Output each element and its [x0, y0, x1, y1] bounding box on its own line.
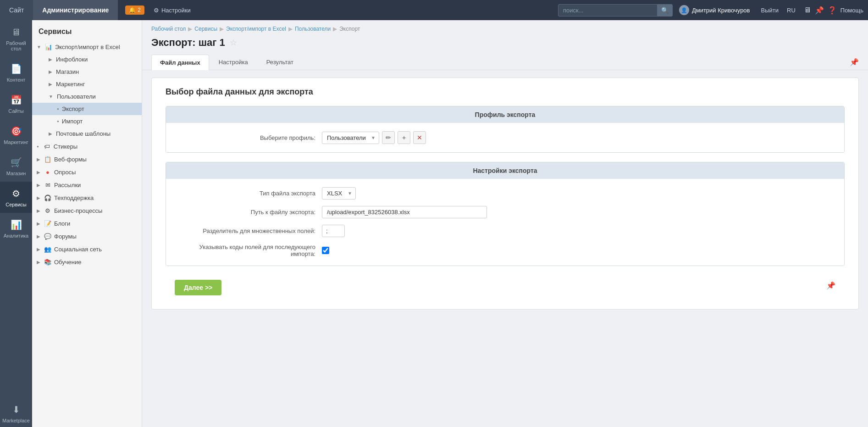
- search-button[interactable]: 🔍: [657, 4, 673, 17]
- biznes-icon: ⚙: [44, 207, 51, 214]
- file-type-control: XLSX XLS CSV ▼: [322, 187, 356, 200]
- tab-settings[interactable]: Настройка: [210, 54, 257, 70]
- nav-stikery-label: Стикеры: [54, 143, 77, 150]
- add-profile-button[interactable]: +: [398, 131, 410, 144]
- page-title: Экспорт: шаг 1: [151, 37, 225, 49]
- field-codes-checkbox[interactable]: [322, 247, 329, 254]
- tehpodderzhka-icon: 🎧: [44, 194, 51, 201]
- nav-item-polzovateli[interactable]: ▼ Пользователи: [32, 90, 142, 103]
- nav-item-web-formy[interactable]: ▶ 📋 Веб-формы: [32, 153, 142, 166]
- file-type-select[interactable]: XLSX XLS CSV: [322, 187, 356, 200]
- nav-item-biznes-process[interactable]: ▶ ⚙ Бизнес-процессы: [32, 204, 142, 217]
- nav-item-eksport[interactable]: ● Экспорт: [32, 103, 142, 115]
- nav-item-socialnaya-set[interactable]: ▶ 👥 Социальная сеть: [32, 243, 142, 255]
- gear-icon: ⚙: [154, 7, 159, 14]
- content-icon: 📄: [10, 62, 22, 75]
- favorite-star-icon[interactable]: ☆: [230, 38, 237, 48]
- nav-polzovateli-label: Пользователи: [57, 93, 96, 100]
- arrow-down-icon-2: ▼: [49, 94, 53, 99]
- nav-item-export-import[interactable]: ▼ 📊 Экспорт/импорт в Excel: [32, 40, 142, 53]
- nav-item-blogi[interactable]: ▶ 📝 Блоги: [32, 217, 142, 230]
- nav-item-import[interactable]: ● Импорт: [32, 115, 142, 128]
- nav-item-magazin[interactable]: ▶ Магазин: [32, 66, 142, 78]
- edit-profile-button[interactable]: ✏: [382, 131, 395, 144]
- nav-item-forumi[interactable]: ▶ 💬 Форумы: [32, 230, 142, 243]
- nav-forumi-label: Форумы: [54, 233, 77, 240]
- help-label[interactable]: Помощь: [840, 7, 863, 14]
- file-type-select-wrapper: XLSX XLS CSV ▼: [322, 187, 356, 200]
- nav-social-label: Социальная сеть: [54, 246, 102, 253]
- sidebar-item-marketing[interactable]: 🎯 Маркетинг: [0, 119, 32, 150]
- nav-item-obuchenie[interactable]: ▶ 📚 Обучение: [32, 255, 142, 268]
- sidebar-icons: 🖥 Рабочийстол 📄 Контент 📅 Сайты 🎯 Маркет…: [0, 20, 32, 427]
- breadcrumb-polzovateli[interactable]: Пользователи: [295, 26, 331, 32]
- settings-link[interactable]: ⚙ Настройки: [149, 7, 195, 14]
- marketplace-icon: ⬇: [10, 403, 22, 416]
- tab-result[interactable]: Результат: [258, 54, 302, 70]
- sep-3: ▶: [288, 26, 293, 32]
- tab-pin-icon[interactable]: 📌: [850, 58, 859, 67]
- obuchenie-icon: 📚: [44, 258, 51, 266]
- file-type-row: Тип файла экспорта XLSX XLS CSV ▼: [175, 187, 835, 200]
- tab-file-data[interactable]: Файл данных: [151, 55, 209, 70]
- bottom-row: Далее >> 📌: [166, 275, 845, 295]
- sidebar-item-sites[interactable]: 📅 Сайты: [0, 88, 32, 119]
- profile-select[interactable]: Пользователи: [322, 132, 379, 144]
- left-nav: Сервисы ▼ 📊 Экспорт/импорт в Excel ▶ Инф…: [32, 20, 142, 427]
- field-codes-control: [322, 247, 329, 254]
- field-codes-row: Указывать коды полей для последующего им…: [175, 244, 835, 257]
- excel-icon: 📊: [45, 43, 52, 50]
- nav-marketing-label: Маркетинг: [56, 81, 85, 88]
- sidebar-desktop-label: Рабочийстол: [6, 40, 26, 51]
- marketing-icon: 🎯: [10, 125, 22, 138]
- notifications-button[interactable]: 🔔 2: [125, 6, 144, 15]
- nav-item-rassylki[interactable]: ▶ ✉ Рассылки: [32, 178, 142, 191]
- file-path-row: Путь к файлу экспорта:: [175, 206, 835, 218]
- sidebar-item-analytics[interactable]: 📊 Аналитика: [0, 213, 32, 244]
- pin-icon[interactable]: 📌: [815, 6, 824, 15]
- breadcrumb-desktop[interactable]: Рабочий стол: [151, 26, 186, 32]
- nav-item-oprosy[interactable]: ▶ ● Опросы: [32, 166, 142, 178]
- breadcrumb-export-import[interactable]: Экспорт/импорт в Excel: [226, 26, 286, 32]
- sites-icon: 📅: [10, 94, 22, 106]
- profile-select-wrapper: Пользователи ▼: [322, 132, 379, 144]
- sidebar-item-desktop[interactable]: 🖥 Рабочийстол: [0, 20, 32, 57]
- arrow-right-icon-6: ▶: [37, 170, 40, 175]
- nav-item-pochtovye[interactable]: ▶ Почтовые шаблоны: [32, 128, 142, 140]
- nav-item-marketing[interactable]: ▶ Маркетинг: [32, 78, 142, 90]
- site-tab[interactable]: Сайт: [0, 0, 33, 20]
- nav-rassylki-label: Рассылки: [54, 182, 81, 189]
- search-input[interactable]: [558, 4, 659, 17]
- breadcrumb-eksport: Экспорт: [339, 26, 360, 32]
- profile-label: Выберите профиль:: [175, 134, 322, 141]
- arrow-right-icon-9: ▶: [37, 208, 40, 213]
- bottom-pin-icon[interactable]: 📌: [826, 281, 835, 290]
- user-menu[interactable]: 👤 Дмитрий Кривочуров: [673, 5, 757, 15]
- file-path-label: Путь к файлу экспорта:: [175, 209, 322, 216]
- bullet-eksport: ●: [57, 107, 59, 111]
- file-path-input[interactable]: [322, 206, 487, 218]
- admin-tab[interactable]: Администрирование: [33, 0, 118, 20]
- help-icon[interactable]: ❓: [828, 6, 837, 15]
- nav-item-stikery[interactable]: ● 🏷 Стикеры: [32, 140, 142, 153]
- settings-label: Настройки: [161, 7, 191, 14]
- sidebar-item-content[interactable]: 📄 Контент: [0, 57, 32, 88]
- language-selector[interactable]: RU: [783, 7, 799, 14]
- field-codes-label: Указывать коды полей для последующего им…: [175, 244, 322, 257]
- arrow-right-icon-8: ▶: [37, 195, 40, 200]
- sidebar-item-services[interactable]: ⚙ Сервисы: [0, 182, 32, 213]
- breadcrumb: Рабочий стол ▶ Сервисы ▶ Экспорт/импорт …: [142, 20, 868, 35]
- sidebar-item-shop[interactable]: 🛒 Магазин: [0, 150, 32, 182]
- delete-profile-button[interactable]: ✕: [413, 131, 426, 144]
- arrow-right-icon-12: ▶: [37, 247, 40, 252]
- sidebar-item-marketplace[interactable]: ⬇ Marketplace: [0, 398, 32, 427]
- desktop-icon: 🖥: [10, 26, 22, 39]
- delimiter-input[interactable]: [322, 225, 345, 237]
- nav-item-tehpodderzhka[interactable]: ▶ 🎧 Техподдержка: [32, 191, 142, 204]
- next-button[interactable]: Далее >>: [175, 280, 221, 295]
- sidebar-content-label: Контент: [7, 77, 26, 83]
- breadcrumb-services[interactable]: Сервисы: [194, 26, 217, 32]
- nav-item-infobloki[interactable]: ▶ Инфоблоки: [32, 53, 142, 66]
- logout-button[interactable]: Выйти: [757, 7, 784, 14]
- monitor-icon[interactable]: 🖥: [804, 6, 811, 14]
